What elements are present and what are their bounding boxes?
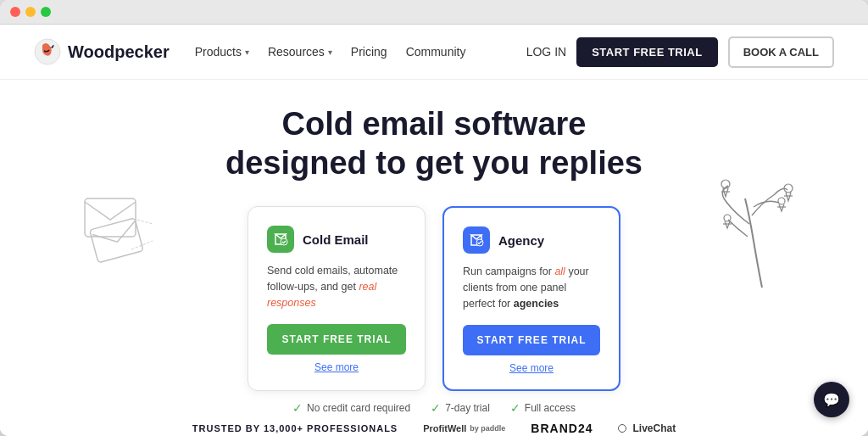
- maximize-button[interactable]: [41, 7, 51, 17]
- cold-email-see-more[interactable]: See more: [267, 361, 406, 373]
- nav-products[interactable]: Products ▾: [195, 45, 249, 59]
- svg-rect-2: [85, 198, 136, 237]
- browser-chrome: [0, 0, 868, 25]
- hero-section: Cold email software designed to get you …: [0, 80, 868, 436]
- badge-trial: ✓ 7-day trial: [431, 401, 490, 415]
- cold-email-card: Cold Email Send cold emails, automate fo…: [248, 206, 426, 391]
- svg-point-1: [50, 45, 53, 48]
- badges-row: ✓ No credit card required ✓ 7-day trial …: [292, 401, 576, 415]
- email-illustration: [68, 182, 170, 266]
- chevron-down-icon: ▾: [245, 48, 249, 57]
- page-content: Woodpecker Products ▾ Resources ▾ Pricin…: [0, 25, 868, 436]
- card-header: Agency: [463, 226, 600, 254]
- check-icon: ✓: [292, 401, 303, 415]
- livechat-logo: LiveChat: [618, 422, 676, 434]
- agency-icon: [463, 226, 490, 254]
- svg-point-14: [281, 238, 287, 245]
- svg-line-4: [137, 220, 153, 224]
- cards-row: Cold Email Send cold emails, automate fo…: [248, 206, 620, 391]
- agency-title: Agency: [498, 233, 544, 248]
- badge-full-access: ✓ Full access: [510, 401, 576, 415]
- nav-pricing[interactable]: Pricing: [351, 45, 387, 59]
- check-icon: ✓: [510, 401, 520, 415]
- nav-start-trial-button[interactable]: START FREE TRIAL: [576, 37, 718, 67]
- brand24-logo: BRAND24: [531, 422, 593, 435]
- nav-actions: LOG IN START FREE TRIAL BOOK A CALL: [526, 36, 834, 68]
- profitwell-logo: ProfitWell by paddle: [423, 423, 505, 433]
- login-button[interactable]: LOG IN: [526, 45, 566, 59]
- logo-icon: [34, 38, 61, 65]
- cold-email-icon: [267, 226, 294, 253]
- browser-window: Woodpecker Products ▾ Resources ▾ Pricin…: [0, 0, 868, 436]
- tree-illustration: [707, 156, 817, 292]
- minimize-button[interactable]: [25, 7, 36, 17]
- chevron-down-icon: ▾: [328, 48, 332, 57]
- logo-link[interactable]: Woodpecker: [34, 38, 170, 65]
- nav-community[interactable]: Community: [406, 45, 466, 59]
- agency-card: Agency Run campaigns for all your client…: [442, 206, 620, 391]
- agency-see-more[interactable]: See more: [463, 362, 600, 374]
- card-header: Cold Email: [267, 226, 406, 253]
- hero-title: Cold email software designed to get you …: [225, 105, 643, 182]
- navbar: Woodpecker Products ▾ Resources ▾ Pricin…: [0, 25, 868, 80]
- trust-label: TRUSTED BY 13,000+ PROFESSIONALS: [192, 423, 398, 433]
- chat-bubble-button[interactable]: 💬: [814, 382, 849, 417]
- agency-trial-button[interactable]: START FREE TRIAL: [463, 325, 600, 355]
- cold-email-description: Send cold emails, automate follow-ups, a…: [267, 263, 406, 310]
- badge-no-cc: ✓ No credit card required: [292, 401, 410, 415]
- nav-links: Products ▾ Resources ▾ Pricing Community: [195, 45, 526, 59]
- cold-email-title: Cold Email: [303, 232, 369, 247]
- svg-point-10: [778, 198, 785, 204]
- check-icon: ✓: [431, 401, 441, 415]
- close-button[interactable]: [10, 7, 20, 17]
- svg-point-12: [724, 215, 731, 221]
- logo-text: Woodpecker: [68, 42, 170, 62]
- trust-row: TRUSTED BY 13,000+ PROFESSIONALS ProfitW…: [192, 422, 676, 436]
- agency-description: Run campaigns for all your clients from …: [463, 264, 600, 311]
- cold-email-trial-button[interactable]: START FREE TRIAL: [267, 324, 406, 355]
- book-call-button[interactable]: BOOK A CALL: [728, 36, 834, 68]
- nav-resources[interactable]: Resources ▾: [268, 45, 332, 59]
